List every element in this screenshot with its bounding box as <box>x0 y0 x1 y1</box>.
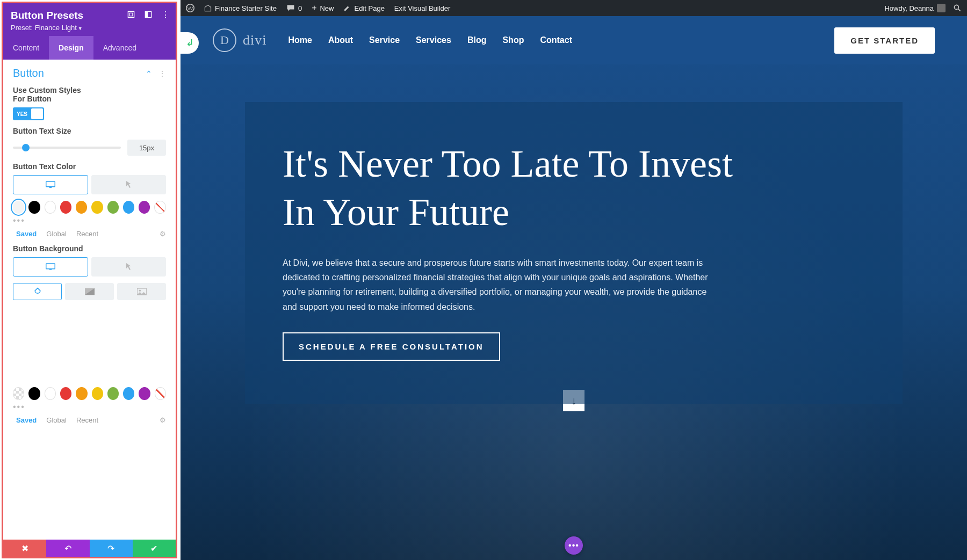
tab-content[interactable]: Content <box>3 36 49 60</box>
swatch[interactable] <box>107 387 119 400</box>
settings-panel: Button Presets Preset: Finance Light▼ ⋮ … <box>2 2 177 558</box>
schedule-button[interactable]: SCHEDULE A FREE CONSULTATION <box>283 332 500 361</box>
undo-button[interactable]: ↶ <box>46 540 89 557</box>
gear-icon-2[interactable]: ⚙ <box>160 416 166 424</box>
nav-item-services[interactable]: Services <box>416 35 451 45</box>
swatch-current[interactable] <box>13 201 24 214</box>
bg-type-color[interactable] <box>13 283 62 300</box>
fullscreen-icon[interactable] <box>127 11 135 18</box>
bg-type-image[interactable] <box>117 283 166 300</box>
toggle-knob <box>31 108 43 119</box>
panel-header: Button Presets Preset: Finance Light▼ ⋮ <box>3 3 176 36</box>
hero-title: It's Never Too Late To Invest In Your Fu… <box>283 140 766 236</box>
tab-design[interactable]: Design <box>49 36 93 60</box>
howdy-greeting[interactable]: Howdy, Deanna <box>884 4 946 12</box>
svg-rect-2 <box>128 11 134 17</box>
nav-item-blog[interactable]: Blog <box>467 35 487 45</box>
swatch-none[interactable] <box>155 387 166 400</box>
slider-thumb[interactable] <box>22 144 30 151</box>
swatch[interactable] <box>91 201 103 214</box>
swatch[interactable] <box>139 387 150 400</box>
palette-saved[interactable]: Saved <box>16 230 37 238</box>
nav-item-service[interactable]: Service <box>369 35 400 45</box>
exit-visual-builder-link[interactable]: Exit Visual Builder <box>394 4 451 12</box>
swatch[interactable] <box>45 201 56 214</box>
label-text-size: Button Text Size <box>13 127 166 135</box>
plus-icon: + <box>312 3 316 13</box>
swatch-current[interactable] <box>13 387 24 400</box>
svg-point-0 <box>186 4 194 12</box>
logo[interactable]: D divi <box>213 28 266 52</box>
text-size-value[interactable]: 15px <box>127 140 166 156</box>
swatch[interactable] <box>139 201 150 214</box>
nav-item-home[interactable]: Home <box>288 35 312 45</box>
bg-color-swatches <box>13 387 166 400</box>
nav-item-shop[interactable]: Shop <box>502 35 524 45</box>
cancel-button[interactable]: ✖ <box>3 540 46 557</box>
logo-mark: D <box>213 28 236 52</box>
main-nav: HomeAboutServiceServicesBlogShopContact <box>288 35 572 45</box>
search-icon[interactable] <box>953 4 962 12</box>
palette-global[interactable]: Global <box>46 230 67 238</box>
wp-logo-icon[interactable] <box>186 4 194 12</box>
text-size-slider[interactable] <box>13 147 121 149</box>
swatch[interactable] <box>107 201 119 214</box>
comments-link[interactable]: 0 <box>286 4 302 12</box>
logo-text: divi <box>243 32 266 48</box>
svg-rect-7 <box>49 187 52 188</box>
tab-advanced[interactable]: Advanced <box>93 36 146 60</box>
panel-footer: ✖ ↶ ↷ ✔ <box>3 540 176 557</box>
save-button[interactable]: ✔ <box>133 540 176 557</box>
section-button[interactable]: Button ⌃⋮ <box>13 67 166 79</box>
hero-section: It's Never Too Late To Invest In Your Fu… <box>245 102 903 404</box>
more-icon[interactable]: ⋮ <box>162 11 169 18</box>
label-background: Button Background <box>13 244 166 253</box>
swatch[interactable] <box>123 387 134 400</box>
swatch[interactable] <box>76 201 87 214</box>
site-name-link[interactable]: Finance Starter Site <box>204 4 277 12</box>
swatch[interactable] <box>28 201 40 214</box>
svg-rect-5 <box>145 11 148 17</box>
swatch[interactable] <box>92 387 103 400</box>
site-header: D divi HomeAboutServiceServicesBlogShopC… <box>181 16 967 64</box>
settings-tabs: Content Design Advanced <box>3 36 176 60</box>
swatch[interactable] <box>28 387 40 400</box>
section-more-icon[interactable]: ⋮ <box>158 69 166 78</box>
collapse-icon[interactable]: ⌃ <box>146 69 152 78</box>
swatch-more-icon[interactable]: ••• <box>13 216 166 226</box>
palette-global-2[interactable]: Global <box>46 416 67 424</box>
desktop-tab[interactable] <box>13 175 88 194</box>
swatch[interactable] <box>60 201 71 214</box>
desktop-tab-bg[interactable] <box>13 257 88 277</box>
get-started-button[interactable]: GET STARTED <box>834 27 935 54</box>
new-content-link[interactable]: +New <box>312 3 334 13</box>
custom-styles-toggle[interactable]: YES <box>13 107 44 120</box>
chevron-down-icon: ▼ <box>78 26 83 31</box>
swatch[interactable] <box>123 201 134 214</box>
label-custom-styles: Use Custom Styles For Button <box>13 86 88 103</box>
swatch-none[interactable] <box>154 201 165 214</box>
edit-page-link[interactable]: Edit Page <box>343 4 384 12</box>
bg-type-gradient[interactable] <box>65 283 114 300</box>
swatch[interactable] <box>76 387 87 400</box>
swatch-more-icon-2[interactable]: ••• <box>13 402 166 412</box>
avatar <box>937 4 946 12</box>
svg-point-1 <box>954 5 958 9</box>
swatch[interactable] <box>60 387 71 400</box>
gear-icon[interactable]: ⚙ <box>160 230 166 238</box>
snap-left-icon[interactable] <box>145 11 152 18</box>
hover-tab[interactable] <box>91 175 167 194</box>
preset-selector[interactable]: Preset: Finance Light▼ <box>11 24 168 32</box>
hero-body: At Divi, we believe that a secure and pr… <box>283 256 723 314</box>
builder-fab[interactable]: ••• <box>565 536 583 555</box>
palette-saved-2[interactable]: Saved <box>16 416 37 424</box>
nav-item-about[interactable]: About <box>328 35 353 45</box>
redo-button[interactable]: ↷ <box>90 540 133 557</box>
palette-recent-2[interactable]: Recent <box>76 416 98 424</box>
hover-tab-bg[interactable] <box>91 257 167 277</box>
svg-rect-9 <box>49 270 52 271</box>
swatch[interactable] <box>45 387 56 400</box>
text-color-swatches <box>13 201 166 214</box>
palette-recent[interactable]: Recent <box>76 230 98 238</box>
nav-item-contact[interactable]: Contact <box>540 35 572 45</box>
